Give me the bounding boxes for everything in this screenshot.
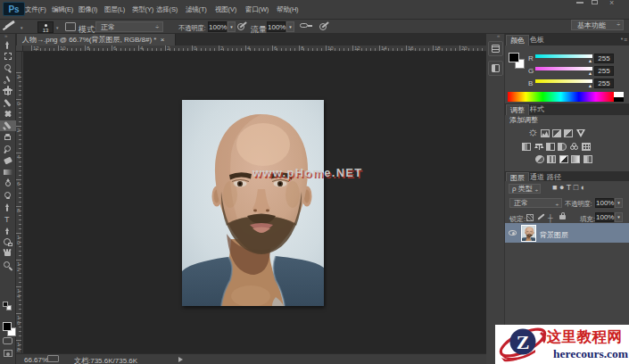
svg-text:Z: Z [517,331,530,353]
